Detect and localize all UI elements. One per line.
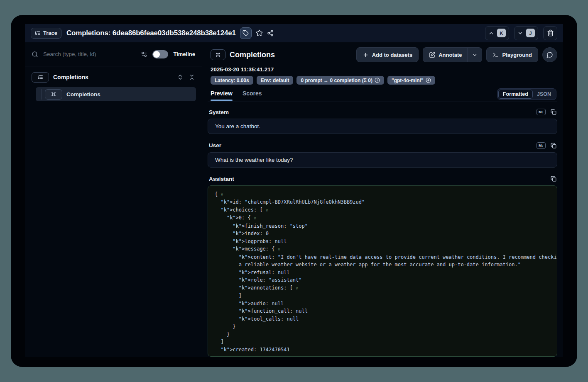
app-body: Timeline Completions [25, 42, 563, 357]
header-actions: Add to datasets Annotate [356, 47, 557, 62]
chevron-down-icon [517, 30, 523, 36]
annotate-split-button: Annotate [423, 47, 482, 62]
user-message: What is the weather like today? [208, 152, 557, 168]
search-input[interactable] [43, 51, 136, 57]
chevron-down-icon [472, 52, 478, 58]
tabs-row: Preview Scores Formatted JSON [208, 89, 557, 102]
format-toggle: Formatted JSON [497, 88, 556, 100]
expand-all-icon[interactable] [177, 74, 184, 80]
generation-badge [211, 49, 225, 60]
delete-button[interactable] [543, 26, 557, 40]
assistant-output-json[interactable]: { ∨ "k">id: "chatcmpl-BD7XRulRhULb7NjGfe… [208, 185, 557, 357]
star-button[interactable] [256, 29, 263, 36]
terminal-icon [492, 52, 499, 58]
user-section-icons: M↓ [537, 142, 556, 149]
tag-button[interactable] [240, 27, 252, 39]
copy-icon[interactable] [551, 109, 556, 115]
topbar: Trace Completions: 6dea86b6feae03db538e2… [25, 24, 563, 42]
markdown-toggle-icon[interactable]: M↓ [537, 142, 546, 149]
user-message-text: What is the weather like today? [215, 157, 293, 163]
assistant-section-icons [551, 176, 556, 182]
trace-tree-sidebar: Timeline Completions [25, 42, 202, 357]
annotate-label: Annotate [439, 52, 462, 58]
keycap-j: J [526, 29, 535, 37]
system-label: System [209, 109, 229, 115]
latency-badge: Latency: 0.00s [211, 76, 253, 85]
keycap-k: K [497, 29, 506, 37]
list-tree-icon [37, 74, 43, 80]
observation-detail-panel: Completions Add to datasets Annotate [202, 42, 563, 357]
tree-root-item[interactable]: Completions [31, 71, 196, 84]
topbar-right: K J [485, 26, 557, 40]
badges-row: Latency: 0.00s Env: default 0 prompt → 0… [208, 76, 557, 85]
system-message-text: You are a chatbot. [215, 123, 260, 129]
trace-detail-app: Trace Completions: 6dea86b6feae03db538e2… [25, 24, 563, 357]
info-icon [375, 78, 380, 83]
copy-icon[interactable] [551, 143, 556, 148]
format-formatted[interactable]: Formatted [498, 90, 533, 99]
tree-root-label: Completions [53, 74, 88, 80]
edit-icon [429, 52, 435, 58]
annotate-button[interactable]: Annotate [423, 47, 468, 62]
markdown-toggle-icon[interactable]: M↓ [537, 109, 546, 115]
format-json[interactable]: JSON [533, 90, 555, 99]
user-label: User [209, 142, 221, 148]
assistant-label: Assistant [209, 176, 234, 182]
share-button[interactable] [267, 30, 274, 36]
model-badge[interactable]: "gpt-4o-mini" [387, 76, 435, 85]
view-settings-icon[interactable] [141, 51, 147, 58]
env-badge: Env: default [257, 76, 294, 85]
circle-plus-icon [426, 78, 431, 83]
observation-header: Completions Add to datasets Annotate [208, 47, 557, 62]
copy-icon[interactable] [551, 176, 556, 182]
trace-type-badge: Trace [31, 28, 61, 39]
generation-node-badge [45, 89, 62, 100]
annotate-dropdown-button[interactable] [468, 47, 482, 62]
page-title: Completions: 6dea86b6feae03db538e248b38e… [66, 29, 236, 37]
add-to-datasets-button[interactable]: Add to datasets [356, 47, 419, 62]
generation-icon [51, 91, 56, 97]
playground-button[interactable]: Playground [486, 47, 538, 62]
generation-icon [215, 52, 221, 58]
system-section-header: System M↓ [208, 109, 557, 115]
share-icon [267, 30, 274, 36]
search-row: Timeline [25, 42, 202, 66]
assistant-section-header: Assistant [208, 176, 557, 182]
search-icon [32, 51, 38, 58]
system-section-icons: M↓ [537, 109, 556, 115]
tab-preview[interactable]: Preview [211, 90, 233, 100]
chevron-up-icon [488, 30, 494, 36]
tree-controls [177, 74, 195, 80]
nav-up-button[interactable]: K [485, 26, 509, 40]
system-message: You are a chatbot. [208, 119, 557, 134]
toggle-knob [153, 51, 160, 58]
collapse-all-icon[interactable] [189, 74, 195, 80]
tree-item-generation[interactable]: Completions [36, 87, 196, 101]
trace-tree: Completions Completions [25, 66, 202, 101]
tab-scores[interactable]: Scores [243, 90, 262, 100]
timestamp: 2025-03-20 11:35:41.217 [208, 66, 557, 73]
playground-label: Playground [502, 52, 532, 58]
comment-icon [546, 51, 553, 58]
plus-icon [363, 52, 369, 58]
observation-title: Completions [230, 51, 275, 59]
add-to-datasets-label: Add to datasets [372, 52, 413, 58]
token-usage-badge[interactable]: 0 prompt → 0 completion (Σ 0) [296, 76, 384, 85]
star-icon [256, 29, 263, 36]
tree-child-label: Completions [66, 91, 100, 97]
timeline-toggle[interactable] [152, 50, 168, 58]
timeline-label: Timeline [173, 51, 195, 57]
user-section-header: User M↓ [208, 142, 557, 149]
comments-button[interactable] [542, 47, 557, 62]
trash-icon [547, 29, 554, 36]
trace-badge-label: Trace [43, 30, 57, 36]
trace-node-badge [32, 72, 49, 83]
tag-icon [243, 30, 249, 36]
nav-down-button[interactable]: J [514, 26, 538, 40]
list-tree-icon [35, 30, 41, 36]
app-window: Trace Completions: 6dea86b6feae03db538e2… [11, 15, 577, 367]
